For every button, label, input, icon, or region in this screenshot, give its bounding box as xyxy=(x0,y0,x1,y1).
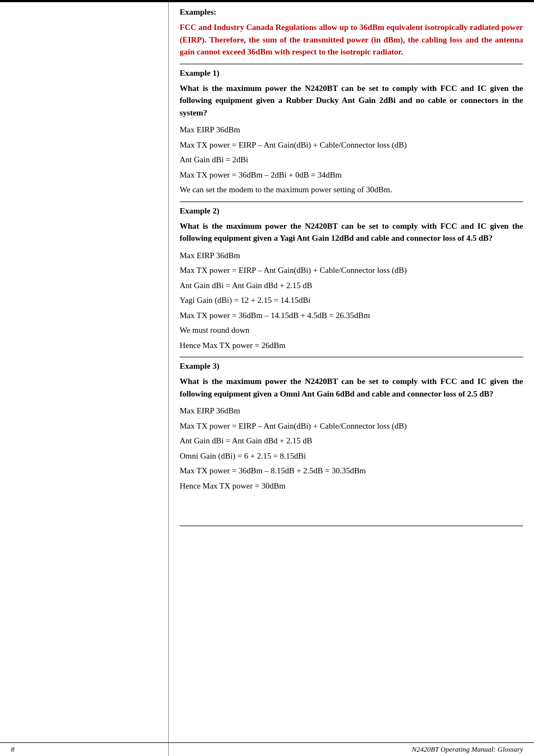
divider-1 xyxy=(180,64,523,64)
example1-line-1: Max TX power = EIRP – Ant Gain(dBi) + Ca… xyxy=(180,138,523,153)
footer-page-number: 8 xyxy=(11,745,15,754)
example2-line-4: Max TX power = 36dBm – 14.15dB + 4.5dB =… xyxy=(180,309,523,323)
page-container: Examples: FCC and Industry Canada Regula… xyxy=(0,0,534,756)
example1-heading: Example 1) xyxy=(180,69,523,78)
example1-question: What is the maximum power the N2420BT ca… xyxy=(180,82,523,119)
main-content: Examples: FCC and Industry Canada Regula… xyxy=(169,2,534,756)
footer: 8 N2420BT Operating Manual: Glossary xyxy=(0,742,534,756)
example2-line-2: Ant Gain dBi = Ant Gain dBd + 2.15 dB xyxy=(180,279,523,293)
example2-line-3: Yagi Gain (dBi) = 12 + 2.15 = 14.15dBi xyxy=(180,294,523,308)
example3-heading: Example 3) xyxy=(180,362,523,371)
divider-4 xyxy=(180,526,523,526)
example2-question: What is the maximum power the N2420BT ca… xyxy=(180,220,523,245)
example3-line-5: Hence Max TX power = 30dBm xyxy=(180,479,523,493)
example2-line-0: Max EIRP 36dBm xyxy=(180,249,523,263)
example3-line-2: Ant Gain dBi = Ant Gain dBd + 2.15 dB xyxy=(180,434,523,448)
footer-title: N2420BT Operating Manual: Glossary xyxy=(412,745,523,754)
left-margin xyxy=(0,2,169,756)
example2-line-6: Hence Max TX power = 26dBm xyxy=(180,339,523,353)
example2-heading: Example 2) xyxy=(180,206,523,216)
example1-line-0: Max EIRP 36dBm xyxy=(180,123,523,137)
example3-question: What is the maximum power the N2420BT ca… xyxy=(180,375,523,400)
example3-line-1: Max TX power = EIRP – Ant Gain(dBi) + Ca… xyxy=(180,419,523,434)
example3-line-4: Max TX power = 36dBm – 8.15dB + 2.5dB = … xyxy=(180,464,523,478)
example1-line-3: Max TX power = 36dBm – 2dBi + 0dB = 34dB… xyxy=(180,168,523,182)
example1-line-4: We can set the modem to the maximum powe… xyxy=(180,183,523,197)
example1-line-2: Ant Gain dBi = 2dBi xyxy=(180,153,523,167)
example3-line-0: Max EIRP 36dBm xyxy=(180,404,523,418)
example2-line-1: Max TX power = EIRP – Ant Gain(dBi) + Ca… xyxy=(180,264,523,278)
examples-heading: Examples: xyxy=(180,8,523,17)
divider-3 xyxy=(180,357,523,357)
example3-line-3: Omni Gain (dBi) = 6 + 2.15 = 8.15dBi xyxy=(180,449,523,464)
divider-2 xyxy=(180,202,523,202)
content-area: Examples: FCC and Industry Canada Regula… xyxy=(0,2,534,756)
intro-para: FCC and Industry Canada Regulations allo… xyxy=(180,21,523,58)
example2-line-5: We must round down xyxy=(180,324,523,338)
